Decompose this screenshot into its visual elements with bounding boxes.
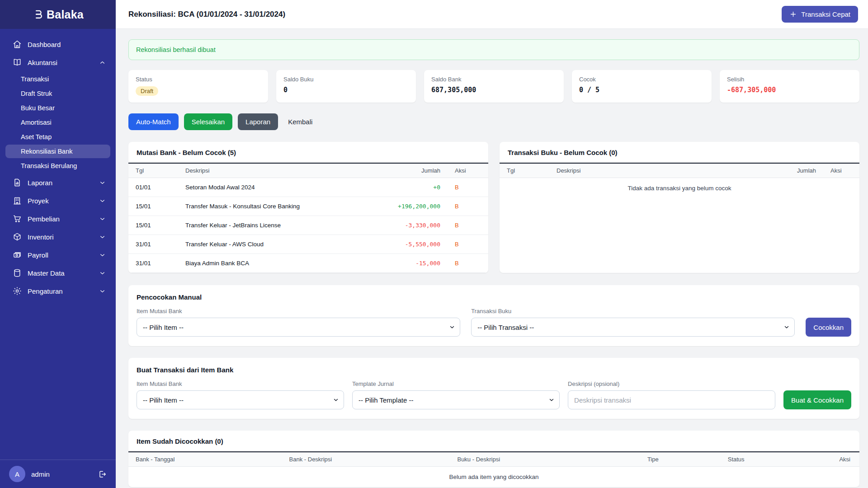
empty-row: Tidak ada transaksi yang belum cocok xyxy=(500,178,859,199)
matched-table: Bank - Tanggal Bank - Deskripsi Buku - D… xyxy=(128,451,859,487)
stat-status: Status Draft xyxy=(128,70,268,103)
logout-icon[interactable] xyxy=(98,470,107,479)
buat-transaksi-action[interactable]: B xyxy=(455,222,459,229)
cell-jumlah: -5,550,000 xyxy=(359,235,448,254)
cell-deskripsi: Transfer Masuk - Konsultasi Core Banking xyxy=(178,197,359,216)
buat-transaksi-action[interactable]: B xyxy=(455,203,459,210)
topbar: Rekonsiliasi: BCA (01/01/2024 - 31/01/20… xyxy=(116,0,868,29)
cell-deskripsi: Transfer Keluar - AWS Cloud xyxy=(178,235,359,254)
transaksi-cepat-button[interactable]: Transaksi Cepat xyxy=(782,6,858,23)
stat-value: 0 xyxy=(283,86,409,94)
success-alert: Rekonsiliasi berhasil dibuat xyxy=(128,39,859,60)
stat-label: Saldo Buku xyxy=(283,76,409,83)
create-transaction-card: Buat Transaksi dari Item Bank Item Mutas… xyxy=(128,358,859,419)
field-label: Deskripsi (opsional) xyxy=(568,380,775,387)
sidebar-item-rekonsiliasi-bank[interactable]: Rekonsiliasi Bank xyxy=(5,145,110,158)
stat-saldo-buku: Saldo Buku 0 xyxy=(276,70,416,103)
field-label: Item Mutasi Bank xyxy=(137,380,344,387)
cell-tgl: 15/01 xyxy=(128,216,178,235)
sidebar-item-pengaturan[interactable]: Pengaturan xyxy=(0,282,116,300)
deskripsi-field: Deskripsi (opsional) xyxy=(568,380,775,409)
stat-value: -687,305,000 xyxy=(727,86,852,94)
field-label: Item Mutasi Bank xyxy=(137,308,460,314)
item-mutasi-bank-field: Item Mutasi Bank -- Pilih Item -- xyxy=(137,308,460,337)
item-mutasi-bank-select[interactable]: -- Pilih Item -- xyxy=(137,318,460,337)
laporan-button[interactable]: Laporan xyxy=(238,113,278,130)
sidebar-item-buku-besar[interactable]: Buku Besar xyxy=(5,101,110,115)
chevron-down-icon xyxy=(99,216,106,222)
report-doc-icon xyxy=(13,178,22,187)
chevron-down-icon xyxy=(99,197,106,204)
kembali-link[interactable]: Kembali xyxy=(283,113,317,130)
cell-jumlah: -3,330,000 xyxy=(359,216,448,235)
logo[interactable]: Balaka xyxy=(0,0,116,29)
sidebar-item-label: Buku Besar xyxy=(21,104,55,112)
book-transactions-card: Transaksi Buku - Belum Cocok (0) Tgl Des… xyxy=(500,142,859,273)
col-status: Status xyxy=(721,452,801,467)
app-shell: Balaka Dashboard Akuntansi Transaksi Dra… xyxy=(0,0,868,488)
sidebar-item-label: Pengaturan xyxy=(28,287,63,295)
manual-match-title: Pencocokan Manual xyxy=(137,293,851,301)
sidebar-item-label: Rekonsiliasi Bank xyxy=(21,148,72,155)
buat-cocokkan-button[interactable]: Buat & Cocokkan xyxy=(783,390,851,409)
cart-icon xyxy=(13,214,22,223)
logo-text: Balaka xyxy=(47,8,84,21)
sidebar-item-payroll[interactable]: Payroll xyxy=(0,246,116,264)
sidebar-item-amortisasi[interactable]: Amortisasi xyxy=(5,116,110,129)
sidebar-item-label: Master Data xyxy=(28,269,65,277)
sidebar-item-inventori[interactable]: Inventori xyxy=(0,228,116,246)
sidebar-item-aset-tetap[interactable]: Aset Tetap xyxy=(5,130,110,144)
sidebar-item-pembelian[interactable]: Pembelian xyxy=(0,210,116,228)
item-mutasi-bank-select[interactable]: -- Pilih Item -- xyxy=(137,390,344,409)
sidebar-item-master-data[interactable]: Master Data xyxy=(0,264,116,282)
bank-mutations-card: Mutasi Bank - Belum Cocok (5) Tgl Deskri… xyxy=(128,142,488,273)
table-header-row: Bank - Tanggal Bank - Deskripsi Buku - D… xyxy=(128,452,859,467)
stat-label: Cocok xyxy=(579,76,704,83)
chevron-down-icon xyxy=(99,288,106,295)
sidebar-item-akuntansi[interactable]: Akuntansi xyxy=(0,53,116,71)
avatar: A xyxy=(9,466,25,482)
transaksi-buku-select[interactable]: -- Pilih Transaksi -- xyxy=(471,318,795,337)
sidebar-item-proyek[interactable]: Proyek xyxy=(0,192,116,210)
cell-tgl: 15/01 xyxy=(128,197,178,216)
sidebar-item-transaksi-berulang[interactable]: Transaksi Berulang xyxy=(5,159,110,173)
selesaikan-button[interactable]: Selesaikan xyxy=(184,113,232,130)
sidebar-item-label: Payroll xyxy=(28,251,48,259)
deskripsi-input[interactable] xyxy=(568,390,775,409)
content: Rekonsiliasi berhasil dibuat Status Draf… xyxy=(116,29,868,488)
table-header-row: Tgl Deskripsi Jumlah Aksi xyxy=(128,163,488,178)
book-table-title: Transaksi Buku - Belum Cocok (0) xyxy=(500,142,859,163)
table-row: 31/01 Biaya Admin Bank BCA -15,000 B xyxy=(128,254,488,273)
cell-deskripsi: Biaya Admin Bank BCA xyxy=(178,254,359,273)
chevron-up-icon xyxy=(99,59,106,66)
stat-label: Selisih xyxy=(727,76,852,83)
action-buttons: Auto-Match Selesaikan Laporan Kembali xyxy=(128,113,859,130)
chevron-down-icon xyxy=(99,234,106,240)
create-transaction-title: Buat Transaksi dari Item Bank xyxy=(137,366,851,374)
table-row: 15/01 Transfer Keluar - JetBrains Licens… xyxy=(128,216,488,235)
sidebar-item-transaksi[interactable]: Transaksi xyxy=(5,72,110,86)
template-jurnal-select[interactable]: -- Pilih Template -- xyxy=(352,390,560,409)
cocokkan-button[interactable]: Cocokkan xyxy=(806,318,851,337)
buat-transaksi-action[interactable]: B xyxy=(455,260,459,267)
manual-match-card: Pencocokan Manual Item Mutasi Bank -- Pi… xyxy=(128,285,859,346)
cell-tgl: 01/01 xyxy=(128,178,178,197)
book-table: Tgl Deskripsi Jumlah Aksi Tidak ada tran… xyxy=(500,163,859,198)
building-icon xyxy=(13,196,22,205)
sidebar-item-draft-struk[interactable]: Draft Struk xyxy=(5,87,110,100)
sidebar-item-dashboard[interactable]: Dashboard xyxy=(0,35,116,53)
auto-match-button[interactable]: Auto-Match xyxy=(128,113,179,130)
col-buku-deskripsi: Buku - Deskripsi xyxy=(450,452,640,467)
username: admin xyxy=(31,470,50,478)
sidebar-item-laporan[interactable]: Laporan xyxy=(0,174,116,192)
sidebar-item-label: Proyek xyxy=(28,197,49,205)
col-jumlah: Jumlah xyxy=(760,163,823,178)
transaksi-cepat-label: Transaksi Cepat xyxy=(801,10,850,18)
cell-jumlah: +0 xyxy=(359,178,448,197)
matched-items-card: Item Sudah Dicocokkan (0) Bank - Tanggal… xyxy=(128,431,859,487)
col-bank-deskripsi: Bank - Deskripsi xyxy=(282,452,450,467)
col-tgl: Tgl xyxy=(500,163,549,178)
buat-transaksi-action[interactable]: B xyxy=(455,241,459,248)
buat-transaksi-action[interactable]: B xyxy=(455,184,459,191)
field-label: Transaksi Buku xyxy=(471,308,795,314)
